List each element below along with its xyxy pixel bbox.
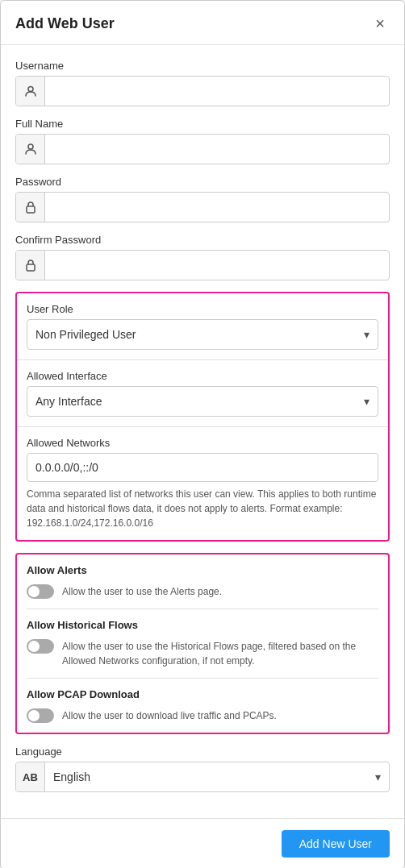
allowed-networks-subsection: Allowed Networks Comma separated list of… bbox=[17, 426, 388, 540]
fullname-label: Full Name bbox=[15, 118, 390, 130]
svg-rect-2 bbox=[27, 206, 35, 213]
fullname-input[interactable] bbox=[45, 135, 389, 164]
allowed-interface-select[interactable]: Any Interface bbox=[27, 387, 378, 416]
toggle-slider bbox=[27, 584, 54, 599]
user-icon bbox=[16, 77, 45, 106]
lock-icon bbox=[16, 193, 45, 222]
add-web-user-modal: Add Web User × Username Full Name bbox=[0, 0, 405, 868]
modal-header: Add Web User × bbox=[1, 1, 404, 45]
toggle-slider3 bbox=[27, 708, 54, 723]
allow-historical-toggle-row: Allow the user to use the Historical Flo… bbox=[27, 638, 378, 668]
modal-body: Username Full Name bbox=[1, 45, 404, 818]
user-role-select[interactable]: Non Privileged User Admin bbox=[27, 320, 378, 349]
networks-help-text: Comma separated list of networks this us… bbox=[27, 487, 378, 530]
allow-pcap-toggle-row: Allow the user to download live traffic … bbox=[27, 707, 378, 723]
allowed-interface-label: Allowed Interface bbox=[27, 370, 378, 382]
allow-historical-title: Allow Historical Flows bbox=[27, 619, 378, 631]
allow-alerts-row: Allow Alerts Allow the user to use the A… bbox=[27, 564, 378, 599]
language-field-group: Language AB English French Spanish ▾ bbox=[15, 745, 390, 792]
allow-alerts-toggle[interactable] bbox=[27, 584, 54, 599]
language-ab-icon: AB bbox=[16, 762, 45, 791]
permissions-section: Allow Alerts Allow the user to use the A… bbox=[15, 553, 390, 734]
username-label: Username bbox=[15, 60, 390, 72]
username-input-wrapper bbox=[15, 76, 390, 106]
allow-pcap-desc: Allow the user to download live traffic … bbox=[62, 708, 277, 723]
confirm-password-input-wrapper bbox=[15, 250, 390, 280]
allowed-networks-label: Allowed Networks bbox=[27, 437, 378, 449]
allow-pcap-title: Allow PCAP Download bbox=[27, 688, 378, 700]
password-label: Password bbox=[15, 176, 390, 188]
allow-historical-toggle[interactable] bbox=[27, 639, 54, 654]
confirm-password-input[interactable] bbox=[45, 251, 389, 280]
password-field-group: Password bbox=[15, 176, 390, 222]
language-select-wrapper: AB English French Spanish ▾ bbox=[15, 762, 390, 792]
allow-alerts-toggle-row: Allow the user to use the Alerts page. bbox=[27, 583, 378, 599]
svg-rect-3 bbox=[27, 264, 35, 271]
allow-historical-row: Allow Historical Flows Allow the user to… bbox=[27, 608, 378, 668]
allow-pcap-toggle[interactable] bbox=[27, 708, 54, 723]
user-role-subsection: User Role Non Privileged User Admin ▾ bbox=[17, 293, 388, 359]
svg-point-0 bbox=[28, 87, 33, 92]
allow-alerts-title: Allow Alerts bbox=[27, 564, 378, 576]
lock2-icon bbox=[16, 251, 45, 280]
language-label: Language bbox=[15, 745, 390, 758]
fullname-input-wrapper bbox=[15, 134, 390, 164]
role-networks-section: User Role Non Privileged User Admin ▾ Al… bbox=[15, 292, 390, 542]
toggle-slider2 bbox=[27, 639, 54, 654]
fullname-field-group: Full Name bbox=[15, 118, 390, 164]
close-button[interactable]: × bbox=[370, 14, 390, 33]
user-role-label: User Role bbox=[27, 303, 378, 315]
allow-pcap-row: Allow PCAP Download Allow the user to do… bbox=[27, 678, 378, 723]
confirm-password-field-group: Confirm Password bbox=[15, 234, 390, 280]
allowed-networks-input[interactable] bbox=[27, 453, 378, 482]
person-icon bbox=[16, 135, 45, 164]
allowed-interface-select-wrapper: Any Interface ▾ bbox=[27, 386, 378, 417]
username-input[interactable] bbox=[45, 77, 389, 106]
add-new-user-button[interactable]: Add New User bbox=[282, 830, 390, 858]
password-input[interactable] bbox=[45, 193, 389, 222]
username-field-group: Username bbox=[15, 60, 390, 106]
svg-point-1 bbox=[28, 144, 33, 149]
modal-footer: Add New User bbox=[1, 818, 404, 868]
password-input-wrapper bbox=[15, 192, 390, 222]
language-select[interactable]: English French Spanish bbox=[45, 762, 389, 791]
user-role-select-wrapper: Non Privileged User Admin ▾ bbox=[27, 319, 378, 350]
confirm-password-label: Confirm Password bbox=[15, 234, 390, 246]
modal-title: Add Web User bbox=[15, 15, 115, 32]
allowed-interface-subsection: Allowed Interface Any Interface ▾ bbox=[17, 359, 388, 426]
allow-alerts-desc: Allow the user to use the Alerts page. bbox=[62, 584, 222, 599]
allow-historical-desc: Allow the user to use the Historical Flo… bbox=[62, 639, 378, 668]
